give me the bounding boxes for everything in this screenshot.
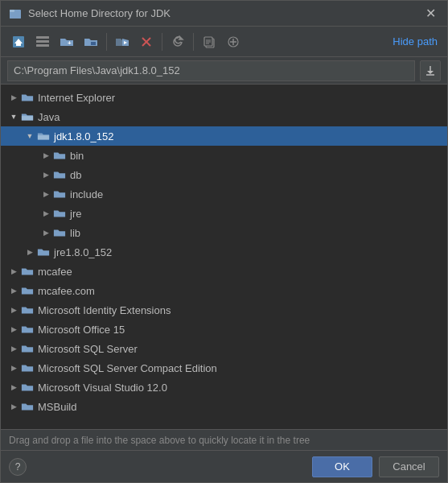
tree-item-label: bin xyxy=(70,150,84,162)
svg-text:+: + xyxy=(68,39,72,47)
tree-arrow[interactable]: ▶ xyxy=(39,149,52,162)
toolbar-separator-1 xyxy=(106,33,107,51)
cancel-button[interactable]: Cancel xyxy=(379,456,439,477)
folder-icon xyxy=(52,168,67,181)
tree-item-label: Internet Explorer xyxy=(38,92,115,104)
tree-arrow[interactable]: ▶ xyxy=(39,207,52,220)
tree-arrow[interactable]: ▶ xyxy=(7,284,20,297)
hide-path-button[interactable]: Hide path xyxy=(389,34,441,49)
path-bar xyxy=(1,57,447,85)
tree-item-label: Microsoft Visual Studio 12.0 xyxy=(38,382,167,394)
tree-item-microsoft-visual[interactable]: ▶ Microsoft Visual Studio 12.0 xyxy=(1,378,447,397)
tree-item-mcafee[interactable]: ▶ mcafee xyxy=(1,262,447,281)
tree-arrow[interactable]: ▶ xyxy=(7,400,20,413)
svg-rect-9 xyxy=(91,42,96,45)
navigate-folder-button[interactable] xyxy=(111,31,134,53)
toolbar-separator-3 xyxy=(193,33,194,51)
folder-icon xyxy=(36,130,51,142)
folder-icon xyxy=(52,188,67,200)
tree-item-label: db xyxy=(70,169,81,181)
tree-item-label: Microsoft SQL Server Compact Edition xyxy=(38,362,217,374)
tree-arrow[interactable]: ▶ xyxy=(7,91,20,104)
more-options-button[interactable] xyxy=(80,31,102,53)
tree-arrow[interactable]: ▶ xyxy=(7,323,20,336)
folder-icon xyxy=(36,246,51,258)
new-folder-button[interactable]: + xyxy=(55,31,78,53)
tree-item-jre[interactable]: ▶ jre xyxy=(1,204,447,223)
close-icon[interactable]: ✕ xyxy=(422,7,439,20)
folder-icon xyxy=(52,226,67,239)
path-input[interactable] xyxy=(7,60,415,81)
tree-item-microsoft-identity[interactable]: ▶ Microsoft Identity Extensions xyxy=(1,300,447,320)
tree-item-label: MSBuild xyxy=(38,401,76,413)
tree-item-label: Microsoft Office 15 xyxy=(38,324,125,336)
tree-item-bin[interactable]: ▶ bin xyxy=(1,146,447,165)
folder-icon xyxy=(20,265,35,278)
folder-icon xyxy=(20,323,35,336)
svg-rect-7 xyxy=(36,44,49,47)
folder-icon xyxy=(20,303,35,316)
tree-arrow[interactable]: ▶ xyxy=(39,168,52,181)
status-text: Drag and drop a file into the space abov… xyxy=(9,435,310,446)
title-bar: Select Home Directory for JDK ✕ xyxy=(1,1,447,27)
folder-icon xyxy=(20,381,35,394)
tree-item-db[interactable]: ▶ db xyxy=(1,165,447,184)
dialog-title: Select Home Directory for JDK xyxy=(28,7,416,19)
tree-arrow[interactable]: ▶ xyxy=(39,188,52,200)
svg-rect-2 xyxy=(10,10,14,12)
tree-item-microsoft-office[interactable]: ▶ Microsoft Office 15 xyxy=(1,320,447,339)
tree-item-jdk1.8.0_152[interactable]: ▼ jdk1.8.0_152 xyxy=(1,126,447,146)
refresh-button[interactable] xyxy=(166,31,189,53)
cancel-toolbar-button[interactable] xyxy=(135,31,158,53)
tree-item-label: lib xyxy=(70,227,80,239)
tree-arrow[interactable]: ▶ xyxy=(39,226,52,239)
svg-rect-5 xyxy=(36,36,49,39)
tree-arrow[interactable]: ▶ xyxy=(7,381,20,394)
tree-item-label: mcafee xyxy=(38,266,72,278)
path-download-button[interactable] xyxy=(420,60,441,81)
tree-item-label: Microsoft Identity Extensions xyxy=(38,304,171,316)
tree-item-microsoft-sql-compact[interactable]: ▶ Microsoft SQL Server Compact Edition xyxy=(1,358,447,378)
tree-arrow[interactable]: ▶ xyxy=(7,303,20,316)
svg-rect-1 xyxy=(10,11,21,19)
tree-arrow[interactable]: ▶ xyxy=(7,361,20,374)
home-button[interactable] xyxy=(7,31,30,53)
folder-icon xyxy=(52,207,67,220)
copy-button[interactable] xyxy=(198,31,220,53)
add-button[interactable] xyxy=(222,31,245,53)
button-bar: ? OK Cancel xyxy=(1,450,447,482)
select-home-directory-dialog: Select Home Directory for JDK ✕ + xyxy=(0,0,448,483)
ok-button[interactable]: OK xyxy=(312,456,372,477)
svg-rect-6 xyxy=(36,40,49,43)
dialog-icon xyxy=(9,7,22,20)
tree-item-label: Java xyxy=(38,111,60,123)
tree-item-label: mcafee.com xyxy=(38,285,95,297)
status-bar: Drag and drop a file into the space abov… xyxy=(1,429,447,450)
tree-arrow[interactable]: ▶ xyxy=(7,265,20,278)
tree-item-jre1.8.0_152[interactable]: ▶ jre1.8.0_152 xyxy=(1,242,447,262)
tree-item-label: include xyxy=(70,188,103,200)
tree-arrow[interactable]: ▶ xyxy=(7,342,20,355)
tree-item-lib[interactable]: ▶ lib xyxy=(1,223,447,242)
tree-item-mcafee-com[interactable]: ▶ mcafee.com xyxy=(1,281,447,300)
tree-item-label: jdk1.8.0_152 xyxy=(54,130,113,142)
tree-item-microsoft-sql[interactable]: ▶ Microsoft SQL Server xyxy=(1,339,447,358)
tree-item-internet-explorer[interactable]: ▶ Internet Explorer xyxy=(1,88,447,107)
tree-item-java[interactable]: ▼ Java xyxy=(1,107,447,126)
tree-item-label: Microsoft SQL Server xyxy=(38,343,138,355)
tree-item-include[interactable]: ▶ include xyxy=(1,184,447,204)
tree-item-msbuild[interactable]: ▶ MSBuild xyxy=(1,397,447,416)
tree-arrow[interactable]: ▶ xyxy=(23,246,36,258)
tree-arrow[interactable]: ▼ xyxy=(23,130,36,142)
tree-item-label: jre1.8.0_152 xyxy=(54,246,112,258)
tree-item-label: jre xyxy=(70,208,81,220)
folder-icon xyxy=(52,149,67,162)
list-view-button[interactable] xyxy=(31,31,54,53)
file-tree[interactable]: ▶ Internet Explorer▼ Java▼ jdk1.8.0_152▶… xyxy=(1,85,447,429)
folder-icon xyxy=(20,400,35,413)
folder-icon xyxy=(20,342,35,355)
help-button[interactable]: ? xyxy=(9,458,27,476)
toolbar: + xyxy=(1,27,447,57)
tree-arrow[interactable]: ▼ xyxy=(7,110,20,123)
folder-icon xyxy=(20,361,35,374)
